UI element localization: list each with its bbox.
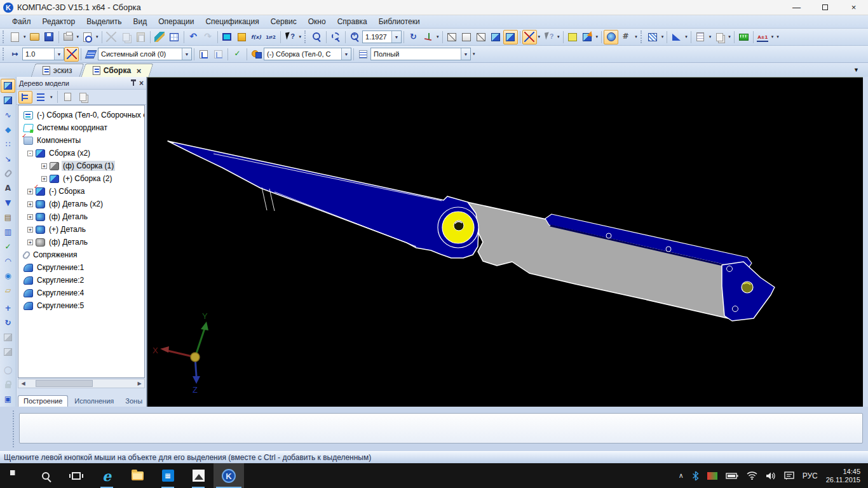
composition-view-button[interactable] [34,91,48,104]
model-tree-list[interactable]: (-) Сборка (Тел-0, Сборочных еди Системы… [18,105,145,378]
knife-assembly-model[interactable]: X Y Z [147,78,863,407]
sheet-metal-button[interactable]: ◠ [1,254,15,268]
new-document-dropdown[interactable]: ▾ [22,34,27,39]
detail-combo-arrow[interactable]: ▼ [461,48,470,60]
menu-specification[interactable]: Спецификация [200,16,264,27]
transform-part-button[interactable] [1,345,15,359]
print-dropdown[interactable]: ▾ [76,34,81,39]
boolean-operation-button[interactable] [669,30,684,44]
zoom-selected-button[interactable] [309,30,324,44]
kompas-3d-button[interactable]: K [214,463,244,488]
knife-blade-part[interactable] [168,141,478,258]
reports-button[interactable]: ▥ [1,225,15,239]
tab-sketch[interactable]: эскиз [31,64,84,77]
step-grid-button[interactable] [8,47,22,62]
step-combo-arrow[interactable]: ▼ [54,48,64,60]
redo-button[interactable] [201,30,215,44]
tab-construction[interactable]: Построение [18,395,68,407]
move-part-button[interactable] [1,330,15,344]
scroll-right-arrow[interactable]: ▶ [135,379,144,388]
expand-toggle[interactable]: + [27,189,33,194]
undo-button[interactable] [186,30,201,44]
variables-button[interactable] [249,30,264,44]
edit-part-assembly-button[interactable] [1,79,15,93]
sketch-button[interactable] [196,47,211,62]
component-combo[interactable]: (-) Сборка (Тел-0, С▼ [264,48,351,60]
property-bar-grip[interactable] [13,410,14,447]
hidden-lines-button[interactable] [459,30,474,44]
tab-zones[interactable]: Зоны [120,396,147,407]
layout-sheets-button[interactable] [712,30,727,44]
edge-button[interactable]: e [92,463,122,488]
relations-window-button[interactable] [76,91,90,104]
filters-button[interactable]: ▼ [1,196,15,210]
property-bar-panel[interactable] [19,413,863,444]
component-visibility-button[interactable] [541,30,556,44]
dimensions-dropdown[interactable]: ▾ [770,34,775,39]
knife-pivot-screw[interactable] [438,207,478,248]
toolbar-grip[interactable] [304,30,307,43]
menu-operations[interactable]: Операции [153,16,200,27]
print-button[interactable] [61,30,76,44]
sketch-from-model-button[interactable] [211,47,226,62]
graphics-tray-icon[interactable] [707,472,717,480]
tree-structure-view-button[interactable] [18,91,32,104]
tree-item-components[interactable]: Компоненты [18,134,144,147]
detail-combo[interactable]: Полный▼ [370,48,471,60]
search-button[interactable] [31,463,61,488]
expand-toggle[interactable]: + [27,240,33,245]
component-collections-button[interactable]: ▣ [1,392,15,406]
open-document-button[interactable] [27,30,42,44]
menu-view[interactable]: Вид [128,16,153,27]
battery-icon[interactable] [726,472,738,480]
check-document-button[interactable] [230,47,245,62]
tree-item-assembly-x2[interactable]: -Сборка (x2) [18,147,144,159]
tree-item-part-x2[interactable]: +(ф) Деталь (x2) [18,198,144,210]
tray-expand-chevron[interactable]: ∧ [679,471,684,480]
composition-dropdown[interactable]: ▾ [49,95,54,100]
detail-level-button[interactable] [356,47,370,62]
conditional-designations-button[interactable]: ✓ [1,240,15,254]
rotate-model-button[interactable] [604,30,618,44]
menu-help[interactable]: Справка [332,16,373,27]
rebuild-button[interactable] [618,30,633,44]
help-pointer-button[interactable] [283,30,297,44]
menu-editor[interactable]: Редактор [37,16,81,27]
section-surface-button[interactable] [566,30,580,44]
mold-tools-button[interactable]: ▱ [1,283,15,297]
zones-button[interactable]: ◯ [1,363,15,377]
rotate-component-button[interactable]: ↻ [1,316,15,330]
tab-close-icon[interactable]: × [137,66,142,76]
add-component-button[interactable]: ◉ [1,269,15,283]
menu-file[interactable]: Файл [6,16,37,27]
shaded-with-edges-button[interactable] [503,30,518,44]
surfaces-button[interactable]: ◆ [1,123,15,137]
angle-snap-button[interactable] [64,47,79,62]
view-specification-button[interactable] [167,30,182,44]
expand-toggle[interactable]: + [27,201,33,207]
collapse-toggle[interactable]: - [27,151,33,156]
menu-select[interactable]: Выделить [81,16,127,27]
lock-component-button[interactable] [1,377,15,391]
cut-button[interactable] [104,30,119,44]
layout-dropdown[interactable]: ▾ [727,34,732,39]
file-explorer-button[interactable] [122,463,153,488]
tab-assembly[interactable]: Сборка × [81,64,153,77]
copy-button[interactable] [119,30,133,44]
window-list-arrow[interactable]: ▼ [853,67,859,73]
spatial-curves-button[interactable]: ∿ [1,108,15,122]
section-view-button[interactable] [580,30,595,44]
menu-libraries[interactable]: Библиотеки [373,16,426,27]
auxiliary-geometry-button[interactable]: ↘ [1,152,15,166]
tree-horizontal-scrollbar[interactable]: ◀ ▶ [18,379,145,388]
windows-layout-button[interactable] [220,30,234,44]
tree-item-fillet-4[interactable]: Скругление:4 [18,287,144,299]
tree-item-mates[interactable]: Сопряжения [18,248,144,261]
toolbar-grip[interactable] [3,48,5,60]
tree-item-fillet-5[interactable]: Скругление:5 [18,299,144,312]
pin-icon[interactable] [133,81,134,86]
volume-icon[interactable] [766,471,776,480]
convert-button[interactable] [264,30,278,44]
measurements-button[interactable]: A [1,181,15,195]
paste-button[interactable] [133,30,148,44]
